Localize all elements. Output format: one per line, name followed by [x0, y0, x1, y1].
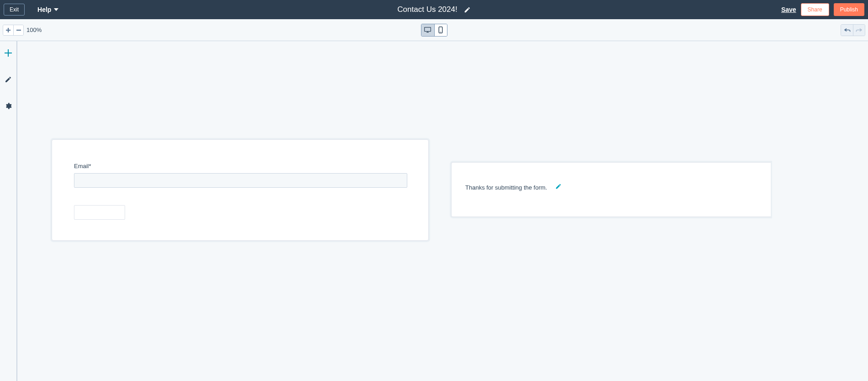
app-header: Exit Help Contact Us 2024! Save Share Pu… — [0, 0, 868, 19]
zoom-in-button[interactable] — [3, 25, 13, 35]
submit-button-placeholder[interactable] — [74, 205, 125, 220]
chevron-down-icon — [54, 8, 58, 11]
undo-button[interactable] — [841, 25, 853, 36]
add-element-button[interactable] — [5, 49, 12, 58]
header-actions: Save Share Publish — [781, 3, 864, 16]
device-preview-toggle — [421, 24, 447, 37]
redo-button[interactable] — [853, 25, 865, 36]
thank-you-card[interactable]: Thanks for submitting the form. — [451, 162, 771, 217]
svg-rect-0 — [425, 27, 431, 32]
email-field[interactable] — [74, 173, 407, 188]
share-button[interactable]: Share — [801, 3, 829, 16]
email-field-label: Email* — [74, 163, 406, 169]
publish-button[interactable]: Publish — [834, 3, 864, 16]
desktop-view-button[interactable] — [421, 24, 434, 36]
save-link[interactable]: Save — [781, 6, 796, 13]
help-label: Help — [37, 6, 51, 13]
editor-toolbar: 100% — [0, 19, 868, 41]
settings-button[interactable] — [5, 102, 12, 111]
redo-icon — [856, 27, 863, 32]
mobile-icon — [438, 26, 443, 33]
page-title-group: Contact Us 2024! — [397, 5, 470, 14]
help-menu[interactable]: Help — [37, 6, 58, 13]
desktop-icon — [424, 27, 431, 33]
style-button[interactable] — [5, 76, 12, 85]
edit-title-icon[interactable] — [464, 6, 471, 13]
gear-icon — [5, 102, 12, 110]
workspace: Email* Thanks for submitting the form. — [0, 41, 868, 381]
pencil-icon — [5, 76, 12, 83]
history-controls — [841, 24, 865, 36]
zoom-out-button[interactable] — [13, 25, 23, 35]
undo-icon — [844, 27, 851, 32]
svg-point-2 — [440, 32, 441, 32]
edit-message-button[interactable] — [555, 183, 562, 191]
exit-button[interactable]: Exit — [4, 4, 25, 16]
plus-icon — [6, 28, 11, 32]
left-siderail — [0, 41, 17, 381]
mobile-view-button[interactable] — [434, 24, 447, 36]
form-preview-card[interactable]: Email* — [52, 139, 429, 241]
editor-canvas[interactable]: Email* Thanks for submitting the form. — [17, 41, 868, 381]
minus-icon — [16, 28, 21, 32]
zoom-controls: 100% — [3, 25, 42, 36]
zoom-level: 100% — [26, 26, 42, 33]
plus-icon — [5, 49, 12, 57]
pencil-icon — [555, 183, 562, 190]
thank-you-message: Thanks for submitting the form. — [465, 184, 547, 191]
page-title: Contact Us 2024! — [397, 5, 457, 14]
